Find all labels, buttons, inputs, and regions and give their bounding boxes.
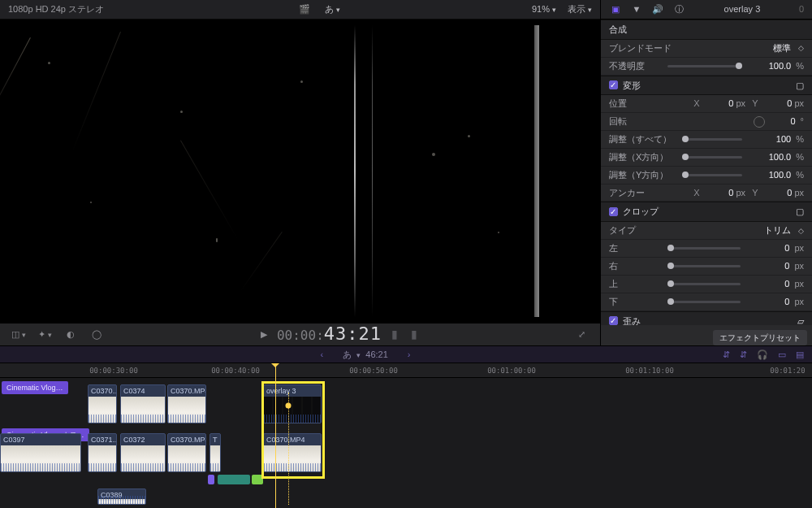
inspector-header: ▣ ▼ 🔊 ⓘ overlay 3 0 — [601, 0, 812, 20]
ruler-tick: 00:01:10:00 — [625, 363, 674, 378]
viewer-footer: ◫▾ ✦▾ ◐ ◯ ▶ 00:00:43:21 ▮ ▮ ⤢ — [0, 323, 600, 345]
section-distort-header[interactable]: 歪み ▱ — [601, 311, 812, 325]
marker[interactable] — [218, 475, 250, 484]
viewer-header: 1080p HD 24p ステレオ 🎬 あ▾ 91%▾ 表示▾ — [0, 0, 600, 20]
color-tool-icon[interactable]: ◯ — [88, 328, 106, 341]
keyframe-line — [288, 393, 289, 505]
mark-in-icon[interactable]: ▮ — [388, 324, 401, 345]
playhead[interactable] — [275, 363, 276, 508]
prev-edit-icon[interactable]: ‹ — [320, 349, 323, 361]
distort-checkbox[interactable] — [609, 316, 618, 324]
tab-info-icon[interactable]: ⓘ — [672, 3, 685, 15]
zoom-dropdown[interactable]: 91%▾ — [532, 3, 556, 15]
clip[interactable]: C0397 — [0, 433, 81, 472]
format-label: 1080p HD 24p ステレオ — [8, 3, 104, 15]
timeline-name[interactable]: あ ▾ 46:21 — [343, 349, 388, 361]
mini-lane — [0, 475, 812, 486]
clip[interactable]: C0370.MP4 — [167, 433, 206, 472]
timecode: 00:00:43:21 — [277, 325, 382, 343]
name-dropdown[interactable]: あ▾ — [325, 3, 340, 15]
viewer-panel: 1080p HD 24p ステレオ 🎬 あ▾ 91%▾ 表示▾ — [0, 0, 601, 345]
crop-type-row[interactable]: タイプ トリム◇ — [601, 222, 812, 240]
marker[interactable] — [252, 475, 263, 484]
clip[interactable]: overlay 3 — [263, 384, 322, 423]
crop-top-row[interactable]: 上 0px — [601, 276, 812, 293]
inspector-scroll[interactable]: 合成 ブレンドモード 標準 ◇ 不透明度 100.0 % 変形 ▢ 位置 — [601, 20, 812, 325]
transform-onscreen-icon[interactable]: ▢ — [796, 80, 804, 92]
tab-audio-icon[interactable]: 🔊 — [651, 3, 664, 15]
section-crop-header[interactable]: クロップ ▢ — [601, 202, 812, 222]
index-icon[interactable]: ▤ — [796, 349, 804, 361]
rotation-dial-icon[interactable] — [754, 116, 765, 128]
ruler-tick: 00:01:00:00 — [487, 363, 536, 378]
clip[interactable]: C0370… — [88, 384, 117, 423]
crop-right-row[interactable]: 右 0px — [601, 258, 812, 276]
keyframe-point[interactable] — [286, 403, 292, 409]
inspector-panel: ▣ ▼ 🔊 ⓘ overlay 3 0 合成 ブレンドモード 標準 ◇ 不透明度… — [601, 0, 812, 345]
play-button[interactable]: ▶ — [257, 326, 270, 343]
crop-tool-icon[interactable]: ◫▾ — [10, 328, 28, 341]
crop-bottom-row[interactable]: 下 0px — [601, 293, 812, 311]
tab-video-icon[interactable]: ▣ — [609, 3, 622, 15]
inspector-title: overlay 3 — [693, 3, 791, 15]
primary-lane: C0397C0371…C0372C0370.MP4TC0370.MP4 — [0, 433, 812, 472]
clip[interactable]: C0371… — [88, 433, 117, 472]
clip[interactable]: C0374 — [120, 384, 166, 423]
timeline[interactable]: 00:00:30:0000:00:40:0000:00:50:0000:01:0… — [0, 363, 812, 508]
clip[interactable]: C0389 — [97, 488, 146, 505]
tab-generator-icon[interactable]: ▼ — [630, 3, 643, 15]
crop-onscreen-icon[interactable]: ▢ — [796, 206, 804, 218]
effect-preset-button[interactable]: エフェクトプリセット — [713, 330, 807, 346]
crop-left-row[interactable]: 左 0px — [601, 240, 812, 258]
crop-checkbox[interactable] — [609, 207, 618, 216]
clip[interactable]: C0372 — [120, 433, 166, 472]
next-edit-icon[interactable]: › — [408, 349, 411, 361]
timeline-ruler[interactable]: 00:00:30:0000:00:40:0000:00:50:0000:01:0… — [0, 363, 812, 378]
clip[interactable]: C0370.MP4 — [263, 433, 322, 472]
enhance-tool-icon[interactable]: ◐ — [62, 328, 80, 341]
distort-onscreen-icon[interactable]: ▱ — [797, 315, 804, 325]
timeline-toolbar: ‹ あ ▾ 46:21 › ⇵ ⇵ 🎧 ▭ ▤ — [0, 345, 812, 363]
fullscreen-icon[interactable]: ⤢ — [572, 328, 590, 341]
snapping-icon[interactable]: ▭ — [778, 349, 786, 361]
opacity-row[interactable]: 不透明度 100.0 % — [601, 58, 812, 76]
ruler-tick: 00:00:50:00 — [349, 363, 398, 378]
bottom-lane: C0389 — [0, 488, 812, 505]
opacity-slider[interactable] — [667, 65, 742, 67]
blend-mode-row[interactable]: ブレンドモード 標準 ◇ — [601, 40, 812, 58]
inspector-tc: 0 — [799, 3, 804, 15]
viewer-canvas[interactable] — [0, 20, 600, 323]
scale-all-row[interactable]: 調整（すべて） 100% — [601, 131, 812, 149]
section-composite-header[interactable]: 合成 — [601, 20, 812, 40]
section-transform-header[interactable]: 変形 ▢ — [601, 76, 812, 96]
ruler-tick: 00:00:40:00 — [211, 363, 260, 378]
view-menu[interactable]: 表示▾ — [568, 3, 592, 15]
connected-lane: C0370…C0374C0370.MP4overlay 3 — [0, 384, 812, 423]
effects-tool-icon[interactable]: ✦▾ — [36, 328, 54, 341]
marker[interactable] — [208, 475, 214, 484]
mark-out-icon[interactable]: ▮ — [408, 324, 421, 345]
anchor-row[interactable]: アンカー X0 px Y0 px — [601, 185, 812, 202]
skimming-icon[interactable]: ⇵ — [723, 349, 730, 361]
audio-skimming-icon[interactable]: ⇵ — [740, 349, 747, 361]
solo-icon[interactable]: 🎧 — [757, 349, 768, 361]
ruler-tick: 00:00:30:00 — [89, 363, 138, 378]
rotation-row[interactable]: 回転 0 ° — [601, 113, 812, 131]
scale-y-row[interactable]: 調整（Y方向） 100.0% — [601, 167, 812, 185]
clip[interactable]: C0370.MP4 — [167, 384, 206, 423]
clip[interactable]: T — [209, 433, 221, 472]
position-row[interactable]: 位置 X0 px Y0 px — [601, 95, 812, 113]
scale-x-row[interactable]: 調整（X方向） 100.0% — [601, 149, 812, 167]
ruler-tick: 00:01:20 — [770, 363, 805, 378]
transform-checkbox[interactable] — [609, 80, 618, 89]
clapper-icon[interactable]: 🎬 — [296, 3, 313, 15]
